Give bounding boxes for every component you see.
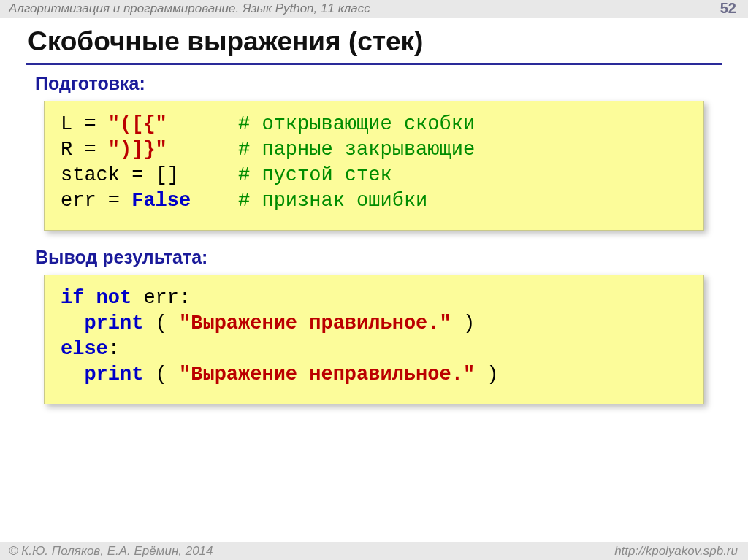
code-keyword: if — [61, 287, 84, 309]
code-keyword: else — [61, 338, 108, 360]
section-preparation-heading: Подготовка: — [35, 73, 145, 94]
code-block-preparation: L = "([{" # открывающие скобки R = ")]}"… — [44, 101, 704, 231]
code-text: = — [120, 164, 156, 186]
copyright-text: © К.Ю. Поляков, Е.А. Ерёмин, 2014 — [9, 544, 213, 559]
code-text: [] — [156, 164, 179, 186]
code-text: L — [61, 113, 72, 135]
code-string: "Выражение правильное." — [179, 312, 451, 334]
code-keyword: False — [131, 190, 191, 212]
section-result-heading: Вывод результата: — [35, 247, 207, 268]
code-text: : — [108, 338, 120, 360]
code-text: ( — [143, 364, 179, 386]
footer-url: http://kpolyakov.spb.ru — [614, 544, 738, 559]
code-text: = — [96, 190, 132, 212]
slide: Алгоритмизация и программирование. Язык … — [0, 0, 748, 560]
code-comment: # открывающие скобки — [238, 113, 475, 135]
code-text: err — [61, 190, 96, 212]
code-text: stack — [61, 164, 120, 186]
code-text: = — [72, 113, 108, 135]
code-text: err: — [131, 287, 191, 309]
code-block-result: if not err: print ( "Выражение правильно… — [44, 275, 704, 404]
code-string: "([{" — [108, 113, 167, 135]
code-text: R — [61, 139, 72, 161]
code-text: ( — [143, 312, 179, 334]
code-comment: # признак ошибки — [238, 190, 427, 212]
page-title: Скобочные выражения (стек) — [28, 26, 423, 57]
page-number: 52 — [720, 0, 736, 17]
title-divider — [26, 63, 722, 65]
code-func: print — [84, 364, 143, 386]
code-string: ")]}" — [108, 139, 167, 161]
course-title: Алгоритмизация и программирование. Язык … — [9, 1, 370, 16]
code-comment: # парные закрывающие — [238, 139, 475, 161]
code-keyword: not — [96, 287, 132, 309]
code-func: print — [84, 312, 143, 334]
code-text: = — [72, 139, 108, 161]
code-content: L = "([{" # открывающие скобки R = ")]}"… — [45, 101, 703, 224]
bottom-bar: © К.Ю. Поляков, Е.А. Ерёмин, 2014 http:/… — [0, 542, 748, 560]
code-content: if not err: print ( "Выражение правильно… — [45, 275, 703, 398]
top-bar: Алгоритмизация и программирование. Язык … — [0, 0, 748, 18]
code-text: ) — [475, 364, 498, 386]
code-comment: # пустой стек — [238, 164, 392, 186]
code-string: "Выражение неправильное." — [179, 364, 475, 386]
code-text: ) — [451, 312, 475, 334]
